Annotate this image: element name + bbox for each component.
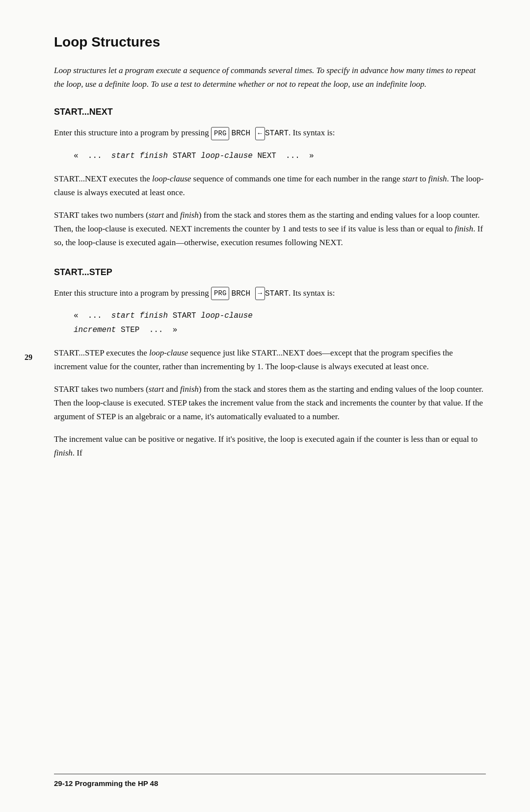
finish-italic-4: finish: [180, 384, 199, 394]
start-italic-3: start: [149, 384, 164, 394]
syntax-start-step: start finish: [111, 311, 168, 320]
brch-label-2: BRCH: [232, 289, 255, 298]
intro-italic-2: definite loop: [105, 79, 146, 89]
syntax-loop-clause-2: loop-clause: [201, 311, 253, 320]
page-number-side: 29: [25, 353, 32, 362]
section-title-start-step: START...STEP: [54, 267, 486, 278]
start-step-enter-text: Enter this structure into a program by p…: [54, 286, 486, 301]
prg-key-2: PRG: [211, 287, 229, 300]
syntax-block-start-step: « ... start finish START loop-clause inc…: [74, 309, 486, 337]
start-italic-1: start: [402, 174, 418, 183]
finish-italic-2: finish: [180, 210, 199, 220]
chapter-title: Loop Structures: [54, 34, 486, 50]
page: 29 Loop Structures Loop structures let a…: [0, 0, 530, 812]
start-step-para-2: START takes two numbers (start and finis…: [54, 382, 486, 424]
brch-label: BRCH: [232, 129, 255, 138]
intro-text-4: .: [424, 79, 426, 89]
syntax-block-start-next: « ... start finish START loop-clause NEX…: [74, 149, 486, 163]
footer-text: 29-12 Programming the HP 48: [54, 779, 158, 787]
prg-key: PRG: [211, 127, 229, 140]
intro-text-3: . To use a test to determine whether or …: [147, 79, 376, 89]
intro-paragraph: Loop structures let a program execute a …: [54, 64, 486, 91]
syntax-loop-clause-1: loop-clause: [201, 152, 253, 160]
footer: 29-12 Programming the HP 48: [54, 774, 486, 787]
left-arrow-key: ←: [255, 127, 265, 140]
start-label-2: START: [265, 289, 289, 298]
section-start-next: START...NEXT Enter this structure into a…: [54, 107, 486, 250]
start-next-enter-text: Enter this structure into a program by p…: [54, 126, 486, 140]
start-step-para-1: START...STEP executes the loop-clause se…: [54, 346, 486, 374]
right-arrow-key: →: [255, 287, 265, 300]
finish-italic-3: finish: [454, 224, 473, 233]
loop-clause-italic-2: loop-clause: [149, 348, 188, 357]
start-italic-2: start: [149, 210, 164, 220]
section-start-step: START...STEP Enter this structure into a…: [54, 267, 486, 460]
finish-italic-1: finish: [428, 174, 447, 183]
start-next-para-2: START takes two numbers (start and finis…: [54, 208, 486, 250]
intro-italic-3: indefinite loop: [376, 79, 424, 89]
loop-clause-italic-1: loop-clause: [152, 174, 191, 183]
syntax-start: start finish: [111, 152, 168, 160]
finish-italic-5: finish: [54, 448, 73, 457]
start-next-para-1: START...NEXT executes the loop-clause se…: [54, 172, 486, 200]
syntax-increment: increment: [74, 326, 116, 334]
start-label-1: START: [265, 129, 289, 138]
start-step-para-3: The increment value can be positive or n…: [54, 432, 486, 460]
section-title-start-next: START...NEXT: [54, 107, 486, 117]
intro-italic-1: Loop structures: [54, 66, 106, 75]
